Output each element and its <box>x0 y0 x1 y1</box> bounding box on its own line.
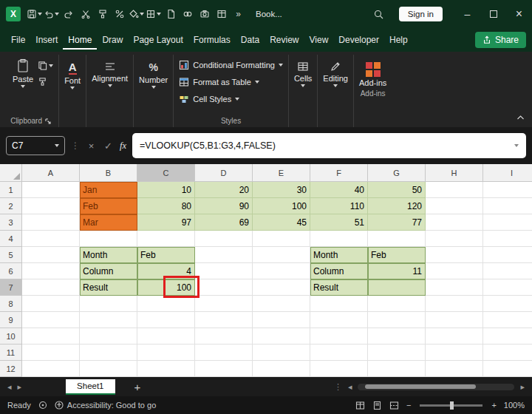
link-button[interactable] <box>179 4 196 24</box>
cell-E11[interactable] <box>253 345 310 361</box>
alignment-button[interactable]: Alignment <box>92 56 128 87</box>
cell-B8[interactable] <box>80 296 137 312</box>
cell-D7[interactable] <box>195 279 253 296</box>
accessibility-status[interactable]: Accessibility: Good to go <box>55 401 156 410</box>
cell-D10[interactable] <box>195 328 253 345</box>
column-header-b[interactable]: B <box>80 164 137 182</box>
cell-D1[interactable]: 20 <box>195 182 253 198</box>
cell-B9[interactable] <box>80 312 137 328</box>
cell-B6[interactable]: Column <box>80 263 137 279</box>
cell-I9[interactable] <box>483 312 532 328</box>
select-all-corner[interactable] <box>0 164 22 182</box>
row-header-3[interactable]: 3 <box>0 214 22 231</box>
page-break-view-icon[interactable] <box>389 401 399 410</box>
cell-G1[interactable]: 50 <box>368 182 426 198</box>
cell-F8[interactable] <box>310 296 368 312</box>
menu-tab-home[interactable]: Home <box>63 30 97 50</box>
cell-H3[interactable] <box>426 214 483 231</box>
paint-bucket-button[interactable] <box>128 4 145 24</box>
cell-B3[interactable]: Mar <box>80 214 137 231</box>
cell-B7[interactable]: Result <box>80 279 137 296</box>
cell-C5[interactable]: Feb <box>137 247 195 263</box>
cell-G8[interactable] <box>368 296 426 312</box>
menu-tab-review[interactable]: Review <box>265 30 304 50</box>
new-sheet-button[interactable]: + <box>134 381 141 393</box>
cell-H4[interactable] <box>426 231 483 247</box>
cell-F3[interactable]: 51 <box>310 214 368 231</box>
search-button[interactable] <box>370 4 387 24</box>
cell-B1[interactable]: Jan <box>80 182 137 198</box>
sign-in-button[interactable]: Sign in <box>399 7 443 21</box>
row-header-6[interactable]: 6 <box>0 263 22 279</box>
format-painter-button[interactable] <box>94 4 111 24</box>
row-header-5[interactable]: 5 <box>0 247 22 263</box>
cell-C12[interactable] <box>137 361 195 377</box>
cell-E12[interactable] <box>253 361 310 377</box>
cell-I5[interactable] <box>483 247 532 263</box>
cell-F10[interactable] <box>310 328 368 345</box>
cell-B11[interactable] <box>80 345 137 361</box>
cell-G6[interactable]: 11 <box>368 263 426 279</box>
cancel-entry-icon[interactable]: × <box>86 140 97 152</box>
horizontal-scrollbar-thumb[interactable] <box>365 384 476 389</box>
cell-I6[interactable] <box>483 263 532 279</box>
cell-C11[interactable] <box>137 345 195 361</box>
row-header-8[interactable]: 8 <box>0 296 22 312</box>
cell-H10[interactable] <box>426 328 483 345</box>
cell-C1[interactable]: 10 <box>137 182 195 198</box>
row-header-10[interactable]: 10 <box>0 328 22 345</box>
cut-button[interactable] <box>77 4 94 24</box>
zoom-slider[interactable] <box>420 404 482 407</box>
column-header-c[interactable]: C <box>137 164 195 182</box>
row-header-9[interactable]: 9 <box>0 312 22 328</box>
cell-E7[interactable] <box>253 279 310 296</box>
undo-button[interactable] <box>43 4 60 24</box>
cell-C10[interactable] <box>137 328 195 345</box>
cell-D2[interactable]: 90 <box>195 198 253 214</box>
cell-G2[interactable]: 120 <box>368 198 426 214</box>
cell-E8[interactable] <box>253 296 310 312</box>
sheet-tab-sheet1[interactable]: Sheet1 <box>66 379 115 395</box>
addins-button[interactable]: Add-ins <box>359 56 386 87</box>
cell-A3[interactable] <box>22 214 80 231</box>
number-format-button[interactable] <box>111 4 128 24</box>
cell-A8[interactable] <box>22 296 80 312</box>
menu-tab-file[interactable]: File <box>6 30 30 50</box>
format-painter-button-ribbon[interactable] <box>38 77 53 86</box>
sheet-nav-left-icon[interactable]: ◂ <box>7 382 12 392</box>
collapse-ribbon-button[interactable] <box>516 110 525 123</box>
cell-H1[interactable] <box>426 182 483 198</box>
column-header-a[interactable]: A <box>22 164 80 182</box>
cell-I1[interactable] <box>483 182 532 198</box>
cell-C7[interactable]: 100 <box>137 279 195 296</box>
cells-button[interactable]: Cells <box>294 56 312 87</box>
cell-G10[interactable] <box>368 328 426 345</box>
cell-I12[interactable] <box>483 361 532 377</box>
cell-A4[interactable] <box>22 231 80 247</box>
cell-G7[interactable] <box>368 279 426 296</box>
tabbar-splitter[interactable]: ⋮ <box>334 382 342 392</box>
horizontal-scrollbar[interactable] <box>358 384 514 390</box>
cell-I4[interactable] <box>483 231 532 247</box>
cell-E6[interactable] <box>253 263 310 279</box>
cell-D8[interactable] <box>195 296 253 312</box>
cell-B12[interactable] <box>80 361 137 377</box>
hscroll-right-icon[interactable]: ▸ <box>520 382 525 392</box>
cell-D12[interactable] <box>195 361 253 377</box>
zoom-level[interactable]: 100% <box>504 401 525 410</box>
conditional-formatting-button[interactable]: Conditional Formatting <box>179 58 283 72</box>
cell-C9[interactable] <box>137 312 195 328</box>
cell-A5[interactable] <box>22 247 80 263</box>
column-header-g[interactable]: G <box>368 164 426 182</box>
cell-H8[interactable] <box>426 296 483 312</box>
row-header-11[interactable]: 11 <box>0 345 22 361</box>
cell-B4[interactable] <box>80 231 137 247</box>
formula-input[interactable]: =VLOOKUP(C5,B1:G3,4,FALSE) <box>132 133 526 158</box>
cell-F2[interactable]: 110 <box>310 198 368 214</box>
cell-D4[interactable] <box>195 231 253 247</box>
column-header-d[interactable]: D <box>195 164 253 182</box>
cell-B10[interactable] <box>80 328 137 345</box>
column-header-f[interactable]: F <box>310 164 368 182</box>
cell-C2[interactable]: 80 <box>137 198 195 214</box>
close-button[interactable]: × <box>506 0 532 28</box>
